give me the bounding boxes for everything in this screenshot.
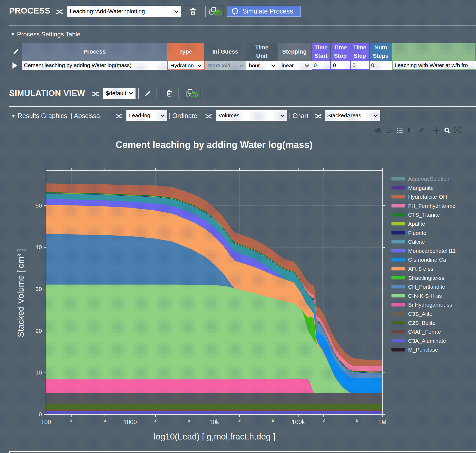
svg-text:CH_Portlandite: CH_Portlandite <box>408 284 445 290</box>
svg-text:C2S_Belite: C2S_Belite <box>408 320 435 326</box>
svg-text:Calcite: Calcite <box>408 239 425 245</box>
svg-text:1000: 1000 <box>124 419 137 425</box>
svg-text:MonocarbonateH11: MonocarbonateH11 <box>408 248 456 254</box>
svg-text:log10(Lead) [ g,mol,fract,h,de: log10(Lead) [ g,mol,fract,h,deg ] <box>154 432 275 441</box>
svg-text:FH_Ferrihydrite-mc: FH_Ferrihydrite-mc <box>408 203 455 209</box>
svg-text:30: 30 <box>36 286 42 292</box>
svg-text:2: 2 <box>323 418 325 423</box>
svg-text:1M: 1M <box>378 419 387 425</box>
svg-text:C3A_Aluminate: C3A_Aluminate <box>408 338 446 344</box>
svg-text:50: 50 <box>36 202 42 209</box>
svg-text:10: 10 <box>36 369 42 376</box>
svg-text:AqueousSolution: AqueousSolution <box>408 176 449 182</box>
svg-text:5: 5 <box>104 418 106 423</box>
svg-text:AFt-$-c-ss: AFt-$-c-ss <box>408 266 433 272</box>
svg-text:5: 5 <box>356 418 358 423</box>
svg-text:Apatite: Apatite <box>408 221 425 227</box>
svg-text:Manganite: Manganite <box>408 185 434 191</box>
svg-text:CTS_Titanite: CTS_Titanite <box>408 212 440 218</box>
svg-text:Gismondine-Ca: Gismondine-Ca <box>408 257 446 263</box>
svg-text:Stacked Volume [ cm³ ]: Stacked Volume [ cm³ ] <box>16 249 25 337</box>
svg-text:5: 5 <box>272 418 274 423</box>
svg-text:Cement leaching by adding Wate: Cement leaching by adding Water log(mass… <box>116 139 313 150</box>
svg-text:5: 5 <box>188 418 190 423</box>
svg-text:100k: 100k <box>292 419 305 425</box>
svg-text:100: 100 <box>41 419 51 425</box>
svg-text:Straetlingite-ss: Straetlingite-ss <box>408 275 444 281</box>
svg-text:C-N-K-S-H-ss: C-N-K-S-H-ss <box>408 293 442 299</box>
svg-text:2: 2 <box>238 418 241 423</box>
svg-text:Si-Hydrogarnet-ss: Si-Hydrogarnet-ss <box>408 302 452 308</box>
svg-text:2: 2 <box>154 418 157 423</box>
svg-text:10k: 10k <box>209 419 219 425</box>
svg-text:0: 0 <box>39 411 42 418</box>
svg-text:Fluorite: Fluorite <box>408 230 426 236</box>
svg-text:20: 20 <box>36 328 42 334</box>
svg-text:Hydrotalcite-OH: Hydrotalcite-OH <box>408 194 447 200</box>
svg-text:C4AF_Ferrite: C4AF_Ferrite <box>408 329 441 335</box>
svg-text:M_Periclase: M_Periclase <box>408 347 438 353</box>
svg-text:2: 2 <box>70 418 73 423</box>
svg-text:40: 40 <box>36 244 42 250</box>
svg-text:C3S_Alite: C3S_Alite <box>408 311 432 317</box>
